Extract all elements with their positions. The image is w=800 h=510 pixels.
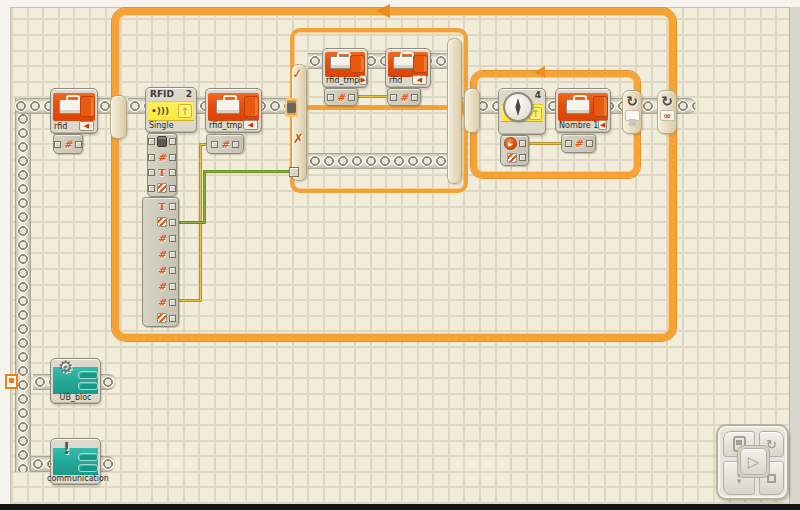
rfid-variable-hub[interactable]: # [53, 134, 83, 154]
timer-hub[interactable]: ▶ [500, 135, 529, 166]
puzzle-tab-icon [413, 55, 428, 73]
port-socket[interactable] [169, 283, 176, 290]
window-bottom-bar [0, 504, 800, 510]
port-socket[interactable] [54, 141, 61, 148]
number-port-icon: # [399, 92, 409, 103]
outer-loop-start-tab[interactable] [110, 95, 127, 139]
nombre-1-hub[interactable]: # [561, 134, 596, 153]
ub-bloc-beam-stub [33, 374, 51, 390]
my-block-name: UB_bloc [47, 393, 104, 402]
variable-block-rfid[interactable]: rfid ◀ [50, 88, 98, 134]
variable-write-icon: ◀ [412, 75, 427, 85]
rfid-sensor-block[interactable]: RFID 2 •))) ↑ Single [145, 87, 197, 133]
download-and-run-button[interactable]: ▷ [740, 448, 767, 475]
port-socket[interactable] [565, 140, 572, 147]
nxt-controller-pad: ↻ ▾▾ ▷ [716, 424, 789, 500]
rfid-tmp-variable-hub[interactable]: # [206, 134, 244, 154]
switch-data-plug-icon [287, 101, 296, 113]
port-socket[interactable] [148, 138, 155, 145]
switch-rfid-hub[interactable]: # [387, 88, 421, 106]
timer-block-number: 4 [535, 90, 541, 102]
port-socket[interactable] [169, 315, 176, 322]
timer-value-port-icon: ▶ [504, 137, 517, 150]
number-port-icon: # [220, 139, 230, 150]
port-socket[interactable] [169, 203, 176, 210]
inner-loop-arrow-left-icon [534, 66, 545, 78]
inner-loop-end-tab[interactable]: ↻ [622, 90, 642, 134]
port-socket[interactable] [169, 138, 176, 145]
myblock-tab-icon [78, 382, 98, 390]
switch-true-check-icon: ✓ [291, 65, 304, 81]
inner-loop-start-tab[interactable] [464, 88, 480, 133]
variable-orange-band [558, 93, 608, 121]
port-socket[interactable] [148, 185, 155, 192]
variable-orange-band [208, 93, 259, 121]
number-port-icon: # [336, 92, 346, 103]
canvas-right-edge [789, 7, 800, 504]
rfid-mode: Single [149, 121, 174, 130]
port-socket[interactable] [519, 140, 526, 147]
variable-block-nombre-1[interactable]: Nombre 1 ◀ [555, 88, 611, 133]
rfid-block-number: 2 [186, 89, 192, 101]
wire-number-timer-to-nombre[interactable] [526, 142, 564, 145]
port-socket[interactable] [75, 141, 82, 148]
port-socket[interactable] [586, 140, 593, 147]
nxt-port-icon [157, 136, 167, 147]
port-socket[interactable] [169, 235, 176, 242]
beam-connector-node[interactable] [5, 374, 18, 389]
port-socket[interactable] [327, 94, 334, 101]
loop-cycle-icon: ↻ [626, 93, 638, 109]
port-socket[interactable] [411, 94, 418, 101]
variable-read-icon: ▶ [359, 75, 366, 85]
switch-rfid-tmp-hub[interactable]: # [324, 88, 358, 106]
port-socket[interactable] [148, 154, 155, 161]
switch-false-cross-icon: ✗ [293, 131, 304, 146]
myblock-teal-band [53, 448, 98, 475]
port-socket[interactable] [148, 169, 155, 176]
myblock-tab-icon [78, 453, 98, 461]
communication-beam-stub [31, 456, 52, 472]
suitcase-icon [393, 56, 414, 69]
switch-variable-block-rfid[interactable]: rfid ◀ [385, 48, 431, 88]
my-block-ub-bloc[interactable]: ⚙ UB_bloc [50, 358, 101, 404]
switch-input-node [285, 98, 298, 117]
switch-false-branch-beam [308, 153, 448, 169]
suitcase-icon [566, 99, 590, 114]
variable-write-icon: ◀ [243, 120, 258, 130]
my-block-name: communication [47, 474, 104, 483]
port-socket[interactable] [519, 154, 526, 161]
port-socket[interactable] [211, 141, 218, 148]
port-socket[interactable] [169, 267, 176, 274]
switch-condition-input-port[interactable] [289, 167, 299, 177]
port-socket[interactable] [390, 94, 397, 101]
switch-right-tab[interactable] [447, 38, 462, 184]
port-socket[interactable] [169, 154, 176, 161]
text-port-icon: T [157, 167, 167, 178]
timer-block[interactable]: 4 ↑ [498, 88, 546, 135]
rfid-sensor-hub-extended[interactable]: T # # # # # [142, 197, 179, 327]
variable-block-rfid-tmp[interactable]: rfid_tmp ◀ [205, 88, 262, 133]
my-block-communication[interactable]: ! communication [50, 438, 101, 485]
port-socket[interactable] [169, 185, 176, 192]
rfid-sensor-hub-upper[interactable]: # T [147, 133, 177, 197]
port-socket[interactable] [169, 299, 176, 306]
outer-loop-end-tab[interactable]: ↻ ∞ [657, 90, 677, 134]
text-port-icon: T [157, 201, 167, 212]
variable-name: rfid [389, 76, 402, 85]
number-port-icon: # [157, 249, 167, 260]
variable-name: rfid_tmp [326, 76, 359, 85]
port-socket[interactable] [169, 219, 176, 226]
variable-name: rfid_tmp [209, 121, 242, 130]
port-socket[interactable] [348, 94, 355, 101]
port-socket[interactable] [169, 169, 176, 176]
wire-logic-rfid-out-v[interactable] [203, 172, 206, 224]
puzzle-tab-icon [350, 55, 365, 73]
myblock-tab-icon [78, 371, 98, 379]
switch-variable-block-rfid-tmp[interactable]: rfid_tmp ▶ [322, 48, 368, 88]
timer-clock-icon [503, 92, 533, 122]
wire-logic-into-switch[interactable] [203, 170, 291, 173]
beam-connector-dot [9, 378, 14, 383]
port-socket[interactable] [169, 251, 176, 258]
port-socket[interactable] [232, 141, 239, 148]
variable-name: rfid [54, 122, 67, 131]
